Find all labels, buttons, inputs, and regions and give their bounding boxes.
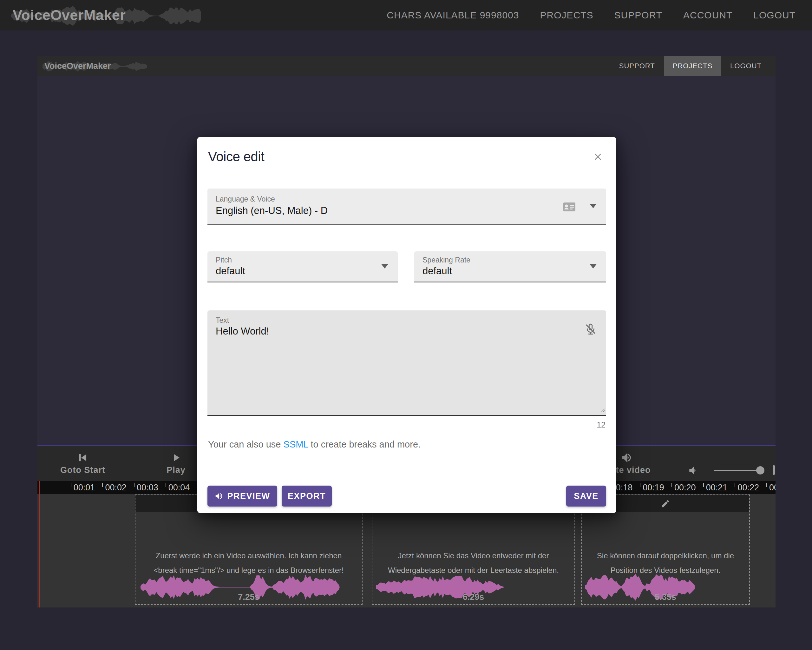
app-logo-text: VoiceOverMaker — [13, 7, 126, 23]
ruler-tick — [766, 483, 767, 487]
ruler-tick-label: 00:02 — [105, 483, 127, 492]
volume-slider-thumb[interactable] — [756, 466, 765, 474]
speaker-icon — [214, 491, 224, 501]
ruler-tick-label: 00:22 — [737, 483, 759, 492]
ruler-tick-label: 00:21 — [706, 483, 728, 492]
speaking-rate-label: Speaking Rate — [423, 256, 470, 265]
save-label: SAVE — [574, 491, 598, 501]
top-nav-item-account[interactable]: ACCOUNT — [683, 10, 733, 21]
preview-button[interactable]: PREVIEW — [208, 486, 277, 506]
ssml-hint: Your can also use SSML to create breaks … — [208, 439, 421, 450]
export-label: EXPORT — [288, 491, 326, 501]
goto-start-label: Goto Start — [51, 465, 114, 475]
speaking-rate-select[interactable]: Speaking Rate default — [414, 251, 606, 283]
language-voice-label: Language & Voice — [216, 195, 275, 203]
window-nav-support[interactable]: SUPPORT — [610, 56, 664, 76]
pitch-value: default — [216, 265, 245, 277]
ruler-tick-label: 00:01 — [73, 483, 95, 492]
clip-duration: 6.29s — [372, 592, 574, 602]
speaking-rate-value: default — [423, 265, 452, 277]
hint-pre: Your can also use — [208, 439, 284, 450]
close-icon[interactable] — [592, 151, 604, 162]
hint-post: to create breaks and more. — [308, 439, 421, 450]
ruler-tick — [134, 483, 134, 487]
app-logo[interactable]: VoiceOverMaker — [13, 0, 126, 31]
goto-start-button[interactable]: Goto Start — [51, 451, 114, 475]
ruler-tick-label: 00:03 — [137, 483, 158, 492]
save-button[interactable]: SAVE — [566, 486, 606, 506]
ruler-tick — [672, 483, 672, 487]
edit-pencil-icon[interactable] — [661, 499, 670, 508]
voice-edit-dialog: Voice edit Language & Voice English (en-… — [197, 137, 616, 513]
ruler-tick — [735, 483, 735, 487]
text-label: Text — [216, 316, 229, 325]
resize-handle[interactable] — [600, 408, 605, 413]
clip-duration: 5.35s — [582, 592, 749, 602]
skip-to-start-icon — [51, 451, 114, 465]
window-nav-logout[interactable]: LOGOUT — [721, 56, 771, 76]
ruler-tick — [703, 483, 704, 487]
top-nav: VoiceOverMaker CHARS AVAILABLE 9998003 P… — [0, 0, 812, 31]
clip-duration: 7.25s — [136, 592, 362, 602]
char-count: 12 — [597, 420, 606, 430]
ruler-tick — [71, 483, 71, 487]
ruler-tick-label: 00:04 — [168, 483, 190, 492]
dialog-title: Voice edit — [208, 149, 264, 164]
pitch-label: Pitch — [216, 256, 232, 265]
window-nav-projects[interactable]: PROJECTS — [664, 56, 721, 76]
ruler-tick-label: 00:19 — [643, 483, 664, 492]
voice-card-icon[interactable] — [563, 202, 576, 213]
volume-slider-track[interactable] — [714, 470, 763, 471]
ruler-tick — [102, 483, 103, 487]
chevron-down-icon — [381, 264, 388, 269]
window-logo[interactable]: VoiceOverMaker — [44, 56, 111, 76]
window-nav: SUPPORTPROJECTSLOGOUT — [610, 56, 771, 76]
ruler-tick — [166, 483, 166, 487]
window-header: VoiceOverMaker SUPPORTPROJECTSLOGOUT — [37, 56, 775, 76]
chevron-down-icon — [590, 204, 597, 208]
ssml-link[interactable]: SSML — [284, 439, 308, 450]
top-nav-item-projects[interactable]: PROJECTS — [540, 10, 593, 21]
top-nav-item-logout[interactable]: LOGOUT — [753, 10, 795, 21]
top-nav-items: CHARS AVAILABLE 9998003 PROJECTSSUPPORTA… — [387, 10, 812, 21]
language-voice-value: English (en-US, Male) - D — [216, 205, 328, 216]
window-logo-text: VoiceOverMaker — [44, 61, 111, 71]
ruler-tick-label: 00:23 — [769, 483, 775, 492]
slider-end-nub — [773, 465, 775, 475]
ruler-tick-label: 00:20 — [674, 483, 696, 492]
language-voice-select[interactable]: Language & Voice English (en-US, Male) -… — [208, 188, 606, 225]
pitch-select[interactable]: Pitch default — [208, 251, 398, 283]
chevron-down-icon — [590, 264, 597, 269]
volume-icon — [687, 463, 701, 479]
preview-label: PREVIEW — [227, 491, 270, 501]
text-value: Hello World! — [216, 326, 269, 337]
ruler-tick — [640, 483, 640, 487]
top-nav-item-support[interactable]: SUPPORT — [614, 10, 662, 21]
text-input-area[interactable]: Text Hello World! — [208, 310, 606, 416]
chars-available-status: CHARS AVAILABLE 9998003 — [387, 10, 519, 21]
playhead-marker[interactable] — [39, 481, 40, 607]
mic-off-icon[interactable] — [584, 323, 597, 337]
export-button[interactable]: EXPORT — [282, 486, 332, 506]
